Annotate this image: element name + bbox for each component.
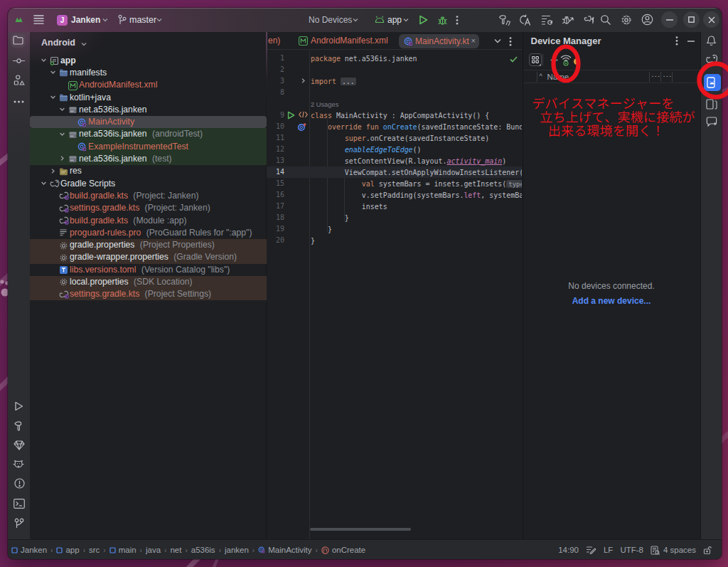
- tree-row[interactable]: manifests: [30, 67, 267, 79]
- tree-row[interactable]: libs.versions.toml (Version Catalog "lib…: [30, 264, 267, 276]
- device-selector[interactable]: No Devices: [309, 15, 352, 25]
- breadcrumb-item[interactable]: janken: [225, 546, 249, 554]
- horizontal-scrollbar[interactable]: [310, 528, 411, 531]
- tree-row[interactable]: gradle-wrapper.properties (Gradle Versio…: [30, 251, 267, 263]
- branch-name[interactable]: master: [129, 15, 156, 25]
- sort-indicator[interactable]: ^: [540, 73, 542, 80]
- code-line[interactable]: 2 Usages: [267, 98, 522, 110]
- tree-row[interactable]: AndroidManifest.xml: [30, 79, 267, 91]
- tree-label[interactable]: AndroidManifest.xml: [79, 80, 157, 90]
- breadcrumb-item[interactable]: app: [56, 546, 79, 554]
- breadcrumb-item[interactable]: net: [170, 546, 181, 554]
- logcat-tool-icon[interactable]: [13, 460, 25, 470]
- tree-row[interactable]: settings.gradle.kts (Project Settings): [30, 288, 267, 300]
- search-everywhere-icon[interactable]: [600, 14, 611, 26]
- highlighting-level-icon[interactable]: [586, 546, 596, 554]
- tree-label[interactable]: ExampleInstrumentedTest: [88, 142, 188, 152]
- device-help-icon[interactable]: [573, 58, 581, 65]
- code-line[interactable]: 13 setContentView(R.layout.activity_main…: [267, 155, 522, 166]
- more-run-actions-icon[interactable]: [456, 16, 459, 25]
- tree-row[interactable]: net.a536is.janken (test): [30, 153, 267, 165]
- build-icon[interactable]: [498, 14, 510, 26]
- more-tool-windows-icon[interactable]: [14, 100, 24, 103]
- tree-row[interactable]: net.a536is.janken: [30, 104, 267, 116]
- project-avatar[interactable]: J: [57, 15, 68, 26]
- tree-label[interactable]: kotlin+java: [70, 92, 111, 102]
- editor-options-kebab-icon[interactable]: [509, 37, 512, 46]
- code-line[interactable]: 20}: [267, 235, 522, 246]
- tree-row[interactable]: build.gradle.kts (Project: Janken): [30, 190, 267, 202]
- tree-label[interactable]: app: [60, 55, 76, 65]
- code-editor[interactable]: 1package net.a536is.janken23import ...82…: [267, 51, 522, 539]
- breadcrumb-item[interactable]: Janken: [11, 546, 47, 554]
- column-more[interactable]: ...: [663, 70, 673, 78]
- terminal-tool-icon[interactable]: [14, 499, 25, 509]
- app-quality-insights-tool-icon[interactable]: [14, 440, 25, 450]
- tree-label[interactable]: net.a536is.janken: [79, 105, 147, 115]
- debug-button-icon[interactable]: [437, 15, 448, 26]
- caret-position[interactable]: 14:90: [558, 546, 579, 554]
- tree-row[interactable]: Gradle Scripts: [30, 177, 267, 189]
- add-new-device-link[interactable]: Add a new device...: [523, 296, 700, 306]
- file-encoding[interactable]: UTF-8: [620, 546, 643, 554]
- profiler-icon[interactable]: [541, 15, 553, 25]
- tree-row[interactable]: build.gradle.kts (Module :app): [30, 214, 267, 226]
- project-name[interactable]: Janken: [71, 15, 100, 25]
- tree-row[interactable]: app: [30, 55, 267, 67]
- notifications-bell-icon[interactable]: [706, 35, 717, 46]
- tree-row[interactable]: MainActivity: [30, 116, 267, 128]
- project-view-mode[interactable]: Android: [41, 38, 75, 48]
- main-menu-icon[interactable]: [33, 15, 44, 24]
- tree-row[interactable]: kotlin+java: [30, 91, 267, 103]
- panel-splitter[interactable]: [266, 32, 267, 117]
- tree-row[interactable]: proguard-rules.pro (ProGuard Rules for "…: [30, 227, 267, 239]
- tree-row[interactable]: net.a536is.janken (androidTest): [30, 128, 267, 140]
- run-class-icon[interactable]: [287, 111, 295, 120]
- run-tool-icon[interactable]: [14, 401, 23, 411]
- tree-label[interactable]: manifests: [70, 68, 107, 78]
- code-tag-icon[interactable]: [299, 111, 308, 118]
- code-line[interactable]: 18 }: [267, 212, 522, 223]
- problems-tool-icon[interactable]: [14, 478, 25, 489]
- tree-row[interactable]: ExampleInstrumentedTest: [30, 141, 267, 153]
- code-line[interactable]: 16 v.setPadding(systemBars.left, systemB…: [267, 189, 522, 201]
- window-maximize-button[interactable]: [683, 11, 700, 28]
- code-line[interactable]: 12 enableEdgeToEdge(): [267, 144, 522, 155]
- code-line[interactable]: 1package net.a536is.janken: [267, 53, 522, 64]
- tree-chevron-down-icon[interactable]: [59, 131, 66, 138]
- code-line[interactable]: 19 }: [267, 223, 522, 235]
- tree-label[interactable]: MainActivity: [88, 117, 134, 127]
- write-access-unlock-icon[interactable]: [703, 546, 712, 555]
- breadcrumb-item[interactable]: main: [109, 546, 136, 554]
- breadcrumb-item[interactable]: onCreate: [321, 546, 365, 554]
- device-group-button[interactable]: [529, 53, 542, 66]
- tree-row[interactable]: res: [30, 165, 267, 177]
- code-line[interactable]: 15 val systemBars = insets.getInsets(typ…: [267, 178, 522, 189]
- tab-partial[interactable]: en): [268, 36, 280, 46]
- apply-code-changes-icon[interactable]: [519, 14, 531, 26]
- code-line[interactable]: 8: [267, 87, 522, 98]
- tree-row[interactable]: gradle.properties (Project Properties): [30, 239, 267, 251]
- tree-chevron-down-icon[interactable]: [59, 106, 66, 113]
- gradle-sync-icon[interactable]: [582, 14, 596, 26]
- tree-label[interactable]: Gradle Scripts: [60, 179, 115, 189]
- tree-chevron-right-icon[interactable]: [50, 168, 57, 175]
- git-branch-icon[interactable]: [117, 14, 127, 25]
- indent-widget[interactable]: 4 spaces: [651, 546, 696, 555]
- account-avatar-icon[interactable]: [641, 14, 653, 26]
- fold-chevron-right-icon[interactable]: [300, 78, 306, 84]
- tree-chevron-right-icon[interactable]: [59, 155, 66, 162]
- run-configuration[interactable]: app: [387, 15, 402, 25]
- column-more[interactable]: ...: [652, 70, 661, 78]
- tree-label[interactable]: res: [70, 166, 82, 176]
- inspections-ok-check-icon[interactable]: [510, 56, 518, 63]
- code-line[interactable]: 10 override fun onCreate(savedInstanceSt…: [267, 121, 522, 132]
- code-line[interactable]: 2: [267, 64, 522, 75]
- tab-close-icon[interactable]: ×: [471, 36, 476, 45]
- code-line[interactable]: 17 insets: [267, 201, 522, 212]
- column-name[interactable]: Name: [547, 73, 569, 81]
- overriding-method-icon[interactable]: [297, 122, 306, 132]
- structure-tool-icon[interactable]: [14, 75, 25, 86]
- tree-chevron-down-icon[interactable]: [50, 94, 57, 101]
- line-separator[interactable]: LF: [604, 546, 613, 554]
